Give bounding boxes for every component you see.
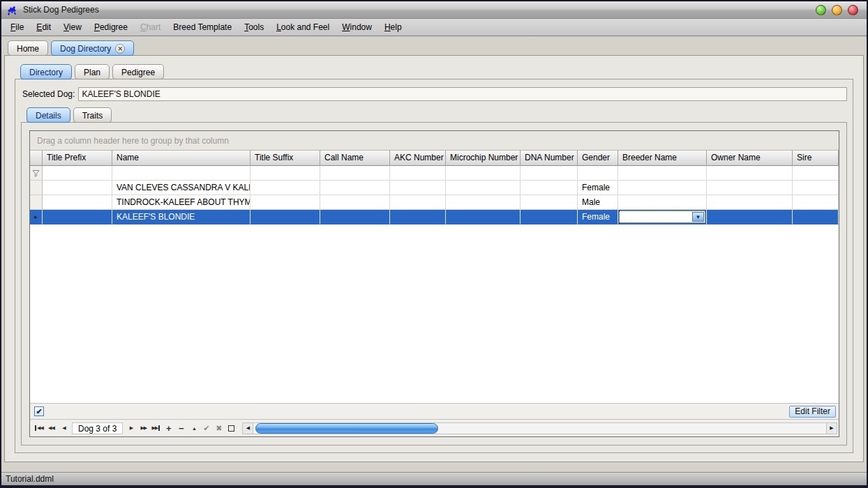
tab-pedigree[interactable]: Pedigree — [112, 64, 164, 79]
nav-prev-page-button[interactable]: ◀◀ — [45, 422, 57, 434]
edit-filter-button[interactable]: Edit Filter — [789, 406, 836, 418]
close-tab-icon[interactable]: ✕ — [115, 44, 125, 54]
column-header-owner-name[interactable]: Owner Name — [707, 151, 793, 166]
grid-cell-microchip-number[interactable] — [446, 210, 521, 224]
column-header-title-prefix[interactable]: Title Prefix — [43, 151, 112, 166]
column-header-call-name[interactable]: Call Name — [320, 151, 390, 166]
nav-next-button[interactable]: ▶ — [125, 422, 137, 434]
grid-group-panel[interactable]: Drag a column header here to group by th… — [30, 131, 839, 151]
grid-cell-title-suffix[interactable] — [250, 195, 320, 210]
nav-append-button[interactable]: + — [163, 422, 174, 434]
selected-dog-input[interactable] — [78, 87, 847, 101]
filter-cell[interactable] — [390, 166, 446, 181]
tab-details[interactable]: Details — [27, 107, 70, 123]
column-header-breeder-name[interactable]: Breeder Name — [618, 151, 707, 166]
grid-cell-akc-number[interactable] — [390, 195, 446, 210]
column-header-sire[interactable]: Sire — [793, 151, 839, 166]
filter-cell[interactable] — [707, 166, 793, 181]
filter-cell[interactable] — [521, 166, 578, 181]
filter-cell[interactable] — [618, 166, 707, 181]
grid-cell-akc-number[interactable] — [390, 210, 446, 224]
grid-cell-name[interactable]: TINDROCK-KALEEF ABOUT THYME — [112, 195, 250, 210]
maximize-button[interactable] — [832, 5, 842, 15]
grid-cell-name[interactable]: VAN CLEVES CASSANDRA V KALEEF — [112, 181, 250, 195]
nav-prev-button[interactable]: ◀ — [58, 422, 70, 434]
nav-first-button[interactable]: ◀◀ — [33, 422, 45, 434]
menu-help[interactable]: Help — [378, 20, 408, 34]
filter-cell[interactable] — [793, 166, 839, 181]
column-header-name[interactable]: Name — [112, 151, 250, 166]
menu-breed-template[interactable]: Breed Template — [167, 20, 238, 34]
grid-cell-sire[interactable] — [793, 195, 839, 210]
grid-cell-title-prefix[interactable] — [43, 210, 112, 224]
grid-cell-owner-name[interactable] — [707, 195, 793, 210]
close-button[interactable] — [848, 5, 858, 15]
table-row[interactable]: TINDROCK-KALEEF ABOUT THYMEMale — [30, 195, 839, 210]
tab-plan[interactable]: Plan — [75, 64, 110, 79]
tab-traits[interactable]: Traits — [73, 107, 112, 123]
menu-view[interactable]: View — [57, 20, 88, 34]
nav-end-edit-button[interactable]: ✔ — [200, 422, 212, 434]
grid-cell-title-prefix[interactable] — [43, 181, 112, 195]
column-header-gender[interactable]: Gender — [578, 151, 618, 166]
grid-cell-gender[interactable]: Male — [578, 195, 618, 210]
nav-cancel-edit-button[interactable]: ✖ — [213, 422, 225, 434]
menu-pedigree[interactable]: Pedigree — [88, 20, 134, 34]
grid-cell-microchip-number[interactable] — [446, 195, 521, 210]
dropdown-arrow-icon[interactable]: ▼ — [692, 212, 704, 222]
filter-checkbox[interactable]: ✔ — [34, 406, 44, 416]
filter-cell[interactable] — [43, 166, 112, 181]
grid-cell-name[interactable]: KALEEF'S BLONDIE — [112, 210, 250, 224]
grid-cell-breeder-name[interactable]: ▼ — [618, 210, 707, 224]
minimize-button[interactable] — [816, 5, 826, 15]
grid-cell-gender[interactable]: Female — [578, 181, 618, 195]
filter-cell[interactable] — [578, 166, 618, 181]
table-row[interactable]: ▸KALEEF'S BLONDIEFemale▼ — [30, 210, 839, 224]
grid-cell-title-prefix[interactable] — [43, 195, 112, 210]
filter-cell[interactable] — [320, 166, 390, 181]
menu-tools[interactable]: Tools — [238, 20, 270, 34]
nav-last-button[interactable]: ▶▶ — [150, 422, 162, 434]
menu-window[interactable]: Window — [336, 20, 378, 34]
grid-cell-owner-name[interactable] — [707, 181, 793, 195]
nav-edit-button[interactable]: ▲ — [188, 422, 200, 434]
grid-cell-owner-name[interactable] — [707, 210, 793, 224]
scroll-right-icon[interactable]: ▶ — [826, 423, 837, 434]
nav-box-button[interactable] — [225, 422, 237, 434]
menu-file[interactable]: File — [4, 20, 30, 34]
grid-cell-gender[interactable]: Female — [578, 210, 618, 224]
filter-cell[interactable] — [250, 166, 320, 181]
grid-cell-sire[interactable] — [793, 210, 839, 224]
grid-cell-dna-number[interactable] — [521, 195, 578, 210]
grid-cell-akc-number[interactable] — [390, 181, 446, 195]
grid-cell-dna-number[interactable] — [521, 210, 578, 224]
filter-cell[interactable] — [446, 166, 521, 181]
menu-edit[interactable]: Edit — [30, 20, 57, 34]
column-header-title-suffix[interactable]: Title Suffix — [250, 151, 320, 166]
scrollbar-thumb[interactable] — [255, 423, 438, 434]
scrollbar-track[interactable] — [253, 423, 826, 434]
menu-look-and-feel[interactable]: Look and Feel — [270, 20, 336, 34]
column-header-dna-number[interactable]: DNA Number — [521, 151, 578, 166]
table-row[interactable]: VAN CLEVES CASSANDRA V KALEEFFemale — [30, 181, 839, 195]
tab-home[interactable]: Home — [8, 40, 48, 56]
grid-cell-breeder-name[interactable] — [618, 195, 707, 210]
grid-cell-dna-number[interactable] — [521, 181, 578, 195]
grid-cell-call-name[interactable] — [320, 210, 390, 224]
grid-cell-call-name[interactable] — [320, 195, 390, 210]
tab-dog-directory[interactable]: Dog Directory✕ — [51, 40, 134, 56]
breeder-name-editor[interactable]: ▼ — [619, 211, 705, 223]
nav-next-page-button[interactable]: ▶▶ — [137, 422, 149, 434]
grid-cell-breeder-name[interactable] — [618, 181, 707, 195]
nav-delete-button[interactable]: − — [175, 422, 187, 434]
grid-cell-call-name[interactable] — [320, 181, 390, 195]
grid-cell-title-suffix[interactable] — [250, 181, 320, 195]
scroll-left-icon[interactable]: ◀ — [243, 423, 253, 434]
tab-directory[interactable]: Directory — [20, 64, 72, 79]
filter-cell[interactable] — [112, 166, 250, 181]
grid-cell-title-suffix[interactable] — [250, 210, 320, 224]
grid-cell-sire[interactable] — [793, 181, 839, 195]
column-header-akc-number[interactable]: AKC Number — [390, 151, 446, 166]
grid-cell-microchip-number[interactable] — [446, 181, 521, 195]
column-header-microchip-number[interactable]: Microchip Number — [446, 151, 521, 166]
